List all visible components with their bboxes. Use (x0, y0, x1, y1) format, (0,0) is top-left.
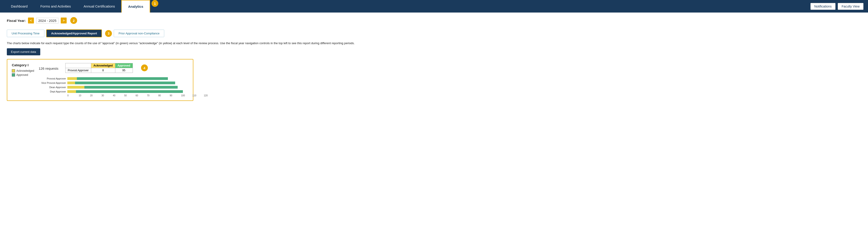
fiscal-year-value: 2024 - 2025 (36, 18, 58, 24)
navbar: Dashboard Forms and Activities Annual Ce… (0, 0, 868, 12)
tab-prior-approval[interactable]: Prior Approval non-Compliance (114, 30, 164, 37)
tab-acknowledged-approved[interactable]: Acknowledged/Approved Report (46, 29, 102, 37)
mini-table-header-app: Approved (115, 63, 133, 68)
fiscal-year-label: Fiscal Year: (7, 19, 26, 23)
bar-label-1: Vice Provost Approver (39, 82, 66, 84)
mini-table: Acknowledged Approved Provost Approver 8… (65, 63, 133, 73)
legend-ack-label: Acknowledged (17, 69, 34, 72)
bar-row-2: Dean Approver (39, 86, 215, 89)
mini-table-row-ack: 8 (91, 68, 115, 72)
bar-container-0 (67, 77, 168, 80)
step-badge-4: 4 (141, 64, 148, 71)
x-tick-4: 40 (113, 94, 124, 97)
mini-table-header-ack: Acknowledged (91, 63, 115, 68)
chart-legend: Acknowledged Approved (12, 69, 34, 77)
chart-center: 126 requests Acknowledged Approved (39, 63, 215, 97)
x-tick-10: 100 (181, 94, 192, 97)
nav-item-dashboard[interactable]: Dashboard (5, 0, 34, 12)
x-tick-12: 120 (204, 94, 215, 97)
mini-table-row-label: Provost Approver (65, 68, 91, 72)
x-tick-5: 50 (124, 94, 135, 97)
x-axis: 0 10 20 30 40 50 60 70 80 90 100 110 120 (67, 94, 215, 97)
x-tick-1: 10 (79, 94, 90, 97)
nav-items: Dashboard Forms and Activities Annual Ce… (5, 0, 810, 12)
bar-ack-1 (67, 82, 75, 84)
bar-row-1: Vice Provost Approver (39, 81, 215, 85)
bar-row-3: Dept Approver (39, 90, 215, 93)
notifications-button[interactable]: Notifications (810, 3, 835, 10)
bar-label-0: Provost Approver (39, 77, 66, 80)
step-badge-2: 2 (70, 17, 77, 24)
legend-acknowledged: Acknowledged (12, 69, 34, 72)
bar-container-3 (67, 90, 183, 93)
legend-app-box (12, 73, 15, 77)
nav-item-certifications[interactable]: Annual Certifications (78, 0, 121, 12)
bar-row-0: Provost Approver (39, 77, 215, 80)
x-tick-11: 110 (192, 94, 204, 97)
mini-table-header-empty (65, 63, 91, 68)
main-content: Fiscal Year: < 2024 - 2025 > 2 Unit Proc… (0, 12, 868, 233)
bar-label-2: Dean Approver (39, 86, 66, 89)
bar-container-2 (67, 86, 178, 89)
x-tick-8: 80 (158, 94, 170, 97)
bar-app-0 (77, 77, 168, 80)
bar-app-1 (75, 82, 175, 84)
bar-ack-2 (67, 86, 84, 89)
export-button[interactable]: Export current data (7, 48, 40, 55)
fiscal-next-button[interactable]: > (61, 18, 67, 24)
description-text: The charts below indicate for each reque… (7, 41, 861, 46)
bar-ack-3 (67, 90, 76, 93)
legend-ack-box (12, 69, 15, 72)
nav-right: Notifications Faculty View (810, 3, 863, 10)
bar-app-2 (84, 86, 178, 89)
chart-title: Category I (12, 63, 34, 67)
tab-unit-processing-time[interactable]: Unit Processing Time (7, 30, 44, 37)
step-badge-3: 3 (105, 30, 112, 37)
requests-count: 126 requests (39, 66, 58, 70)
x-tick-0: 0 (67, 94, 79, 97)
fiscal-prev-button[interactable]: < (28, 18, 34, 24)
bar-label-3: Dept Approver (39, 90, 66, 93)
legend-approved: Approved (12, 73, 34, 77)
nav-item-analytics[interactable]: Analytics (121, 0, 150, 12)
mini-table-wrapper: Acknowledged Approved Provost Approver 8… (65, 63, 133, 73)
legend-app-label: Approved (17, 73, 28, 77)
x-tick-3: 30 (101, 94, 113, 97)
mini-table-row: Provost Approver 8 95 (65, 68, 133, 72)
tabs-row: Unit Processing Time Acknowledged/Approv… (7, 29, 861, 37)
chart-section: Category I Acknowledged Approved 126 req… (7, 59, 193, 101)
step-badge-1: 1 (152, 0, 158, 7)
mini-table-row-app: 95 (115, 68, 133, 72)
x-tick-6: 60 (135, 94, 147, 97)
chart-left: Category I Acknowledged Approved (12, 63, 34, 79)
nav-item-forms[interactable]: Forms and Activities (34, 0, 77, 12)
faculty-view-button[interactable]: Faculty View (838, 3, 863, 10)
bar-chart: Provost Approver Vice Provost Approver (39, 77, 215, 97)
bar-app-3 (76, 90, 183, 93)
bar-container-1 (67, 81, 175, 85)
fiscal-year-row: Fiscal Year: < 2024 - 2025 > 2 (7, 17, 861, 24)
bar-ack-0 (67, 77, 77, 80)
x-tick-9: 90 (170, 94, 181, 97)
x-tick-2: 20 (90, 94, 101, 97)
x-tick-7: 70 (147, 94, 158, 97)
